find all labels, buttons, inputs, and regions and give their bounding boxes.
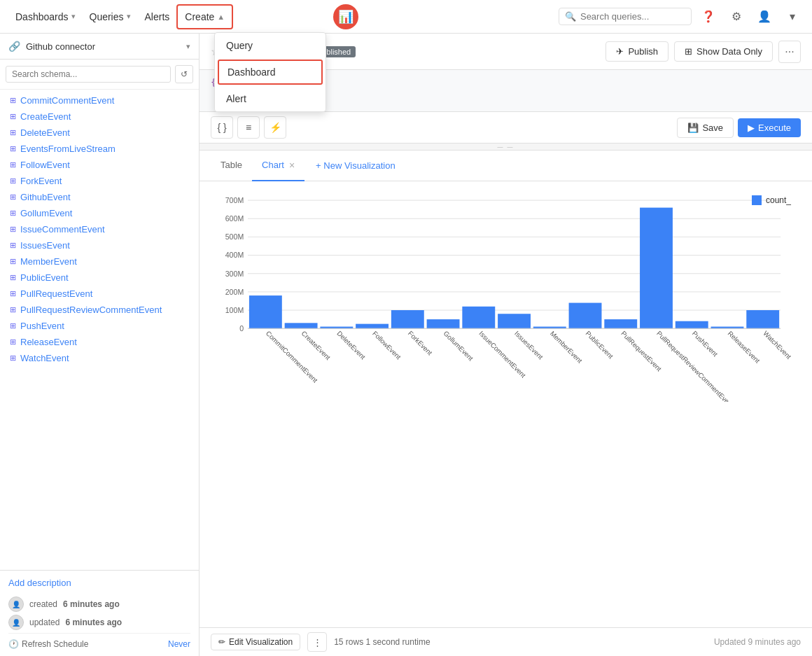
footer-more-button[interactable]: ⋮ <box>307 632 327 652</box>
schema-item[interactable]: ⊞PublicEvent <box>0 270 199 286</box>
svg-text:300M: 300M <box>225 270 244 278</box>
svg-text:MemberEvent: MemberEvent <box>549 330 584 365</box>
svg-text:DeleteEvent: DeleteEvent <box>335 330 367 361</box>
schema-item[interactable]: ⊞IssuesEvent <box>0 237 199 253</box>
list-button[interactable]: ≡ <box>237 116 260 139</box>
tab-chart-close-icon[interactable]: × <box>289 160 295 171</box>
bar-pullrequestevent[interactable] <box>604 319 637 328</box>
schema-item[interactable]: ⊞ReleaseEvent <box>0 334 199 350</box>
bar-publicevent[interactable] <box>569 303 602 329</box>
connector-selector[interactable]: 🔗 Github connector ▾ <box>0 34 199 60</box>
nav-alerts[interactable]: Alerts <box>138 6 177 28</box>
create-chevron-icon: ▲ <box>217 13 225 21</box>
schema-item[interactable]: ⊞FollowEvent <box>0 157 199 173</box>
save-button[interactable]: 💾 Save <box>677 118 734 138</box>
schema-item-label: ForkEvent <box>20 176 62 186</box>
svg-text:WatchEvent: WatchEvent <box>762 330 792 361</box>
edit-visualization-button[interactable]: ✏ Edit Visualization <box>211 634 300 650</box>
schema-item[interactable]: ⊞CreateEvent <box>0 109 199 125</box>
nav-queries[interactable]: Queries ▾ <box>83 6 138 28</box>
bar-issuecommentevent[interactable] <box>462 307 495 328</box>
schema-item[interactable]: ⊞WatchEvent <box>0 350 199 366</box>
footer-updated: Updated 9 minutes ago <box>714 637 801 647</box>
chart-scroll-area[interactable]: count_ 0100M200M300M400M500M600M700MComm… <box>200 181 812 627</box>
bar-gollumevent[interactable] <box>427 319 460 328</box>
schema-item-label: DeleteEvent <box>20 127 70 138</box>
schema-item-label: IssueCommentEvent <box>20 224 105 235</box>
execute-button[interactable]: ▶ Execute <box>738 118 801 137</box>
search-icon: 🔍 <box>565 11 576 22</box>
schema-item[interactable]: ⊞IssueCommentEvent <box>0 221 199 237</box>
tab-table[interactable]: Table <box>211 151 252 181</box>
svg-text:ForkEvent: ForkEvent <box>407 330 434 357</box>
new-visualization-tab[interactable]: + New Visualization <box>307 151 404 181</box>
clock-icon: 🕐 <box>8 639 19 649</box>
created-time: 6 minutes ago <box>63 599 120 609</box>
show-data-button[interactable]: ⊞ Show Data Only <box>674 41 773 62</box>
execute-icon: ▶ <box>748 123 755 133</box>
new-viz-label: + New Visualization <box>316 160 396 171</box>
bar-commitcommentevent[interactable] <box>249 295 282 328</box>
nav-more-icon[interactable]: ▾ <box>781 6 804 28</box>
tab-chart[interactable]: Chart × <box>252 151 304 181</box>
schema-item-label: PullRequestReviewCommentEvent <box>20 305 162 315</box>
schema-item-label: CreateEvent <box>20 111 71 122</box>
schema-item[interactable]: ⊞PullRequestEvent <box>0 286 199 302</box>
table-grid-icon: ⊞ <box>10 144 16 153</box>
bar-issuesevent[interactable] <box>498 314 531 328</box>
dropdown-query-item[interactable]: Query <box>215 33 326 58</box>
search-input[interactable] <box>580 11 685 22</box>
table-grid-icon: ⊞ <box>10 321 16 330</box>
schema-item-label: IssuesEvent <box>20 240 70 251</box>
publish-button[interactable]: ✈ Publish <box>606 41 668 62</box>
publish-label: Publish <box>628 46 658 57</box>
bar-pullrequestreviewcommentevent[interactable] <box>640 208 673 329</box>
schema-item[interactable]: ⊞EventsFromLiveStream <box>0 141 199 157</box>
schema-search-input[interactable] <box>6 66 171 83</box>
settings-icon-button[interactable]: ⚙ <box>725 6 748 28</box>
bar-createevent[interactable] <box>285 323 318 328</box>
schema-item[interactable]: ⊞GollumEvent <box>0 205 199 221</box>
schema-item[interactable]: ⊞CommitCommentEvent <box>0 92 199 109</box>
refresh-value[interactable]: Never <box>168 639 190 649</box>
user-avatar[interactable]: 👤 <box>753 6 776 28</box>
svg-text:0: 0 <box>239 324 244 333</box>
bar-forkevent[interactable] <box>391 310 424 328</box>
schema-item[interactable]: ⊞PushEvent <box>0 318 199 334</box>
svg-text:200M: 200M <box>225 288 244 296</box>
table-grid-icon: ⊞ <box>10 176 16 186</box>
tab-table-label: Table <box>220 160 242 170</box>
nav-dashboards[interactable]: Dashboards ▾ <box>8 6 83 28</box>
refresh-schedule-button[interactable]: 🕐 Refresh Schedule <box>8 639 88 649</box>
schema-item[interactable]: ⊞GithubEvent <box>0 189 199 205</box>
schema-item-label: PullRequestEvent <box>20 288 92 299</box>
schema-refresh-button[interactable]: ↺ <box>175 65 193 83</box>
help-icon-button[interactable]: ❓ <box>697 6 720 28</box>
svg-text:PublicEvent: PublicEvent <box>584 330 615 361</box>
schema-list: ⊞CommitCommentEvent⊞CreateEvent⊞DeleteEv… <box>0 90 199 570</box>
svg-text:500M: 500M <box>225 232 244 241</box>
bar-followevent[interactable] <box>356 324 388 329</box>
format-button[interactable]: { } <box>211 116 233 139</box>
updated-user-avatar: 👤 <box>8 615 24 630</box>
bar-pushevent[interactable] <box>676 321 708 328</box>
search-box[interactable]: 🔍 <box>559 8 692 25</box>
table-grid-icon: ⊞ <box>10 112 16 121</box>
resize-handle[interactable]: — — <box>200 144 812 151</box>
schema-item[interactable]: ⊞DeleteEvent <box>0 125 199 141</box>
connector-name: Github connector <box>26 41 95 52</box>
execute-label: Execute <box>758 123 791 133</box>
dropdown-dashboard-item[interactable]: Dashboard <box>218 60 323 85</box>
schema-item[interactable]: ⊞MemberEvent <box>0 253 199 270</box>
table-grid-icon: ⊞ <box>10 193 16 202</box>
schema-item[interactable]: ⊞ForkEvent <box>0 173 199 189</box>
add-description-link[interactable]: Add description <box>8 578 190 588</box>
create-button[interactable]: Create ▲ <box>176 4 233 29</box>
lightning-button[interactable]: ⚡ <box>264 116 286 139</box>
schema-item[interactable]: ⊞PullRequestReviewCommentEvent <box>0 302 199 318</box>
rows-info: 15 rows 1 second runtime <box>334 637 430 647</box>
bar-watchevent[interactable] <box>746 310 779 328</box>
chart-legend: count_ <box>752 195 791 205</box>
header-more-button[interactable]: ··· <box>778 41 801 63</box>
dropdown-alert-item[interactable]: Alert <box>215 86 326 111</box>
